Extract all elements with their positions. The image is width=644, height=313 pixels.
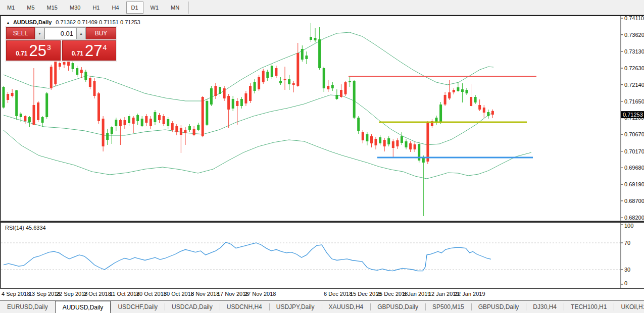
sell-price-big: 25 bbox=[29, 43, 46, 59]
triangle-down-icon: ▼ bbox=[38, 32, 41, 35]
price-axis-label: 0.69190 bbox=[624, 181, 644, 187]
time-axis-label: 11 Oct 2018 bbox=[110, 291, 139, 297]
price-axis-label: 0.72140 bbox=[624, 82, 644, 88]
time-axis-label: 27 Nov 2018 bbox=[244, 291, 276, 297]
sell-button[interactable]: SELL bbox=[6, 27, 35, 39]
chart-tab-gbpusd-daily[interactable]: GBPUSD,Daily bbox=[370, 301, 425, 313]
rsi-indicator-label: RSI(14) 45.6334 bbox=[5, 225, 46, 231]
time-axis-label: 4 Sep 2018 bbox=[2, 291, 30, 297]
toolbar-separator bbox=[188, 2, 189, 14]
price-axis-label: 0.70170 bbox=[624, 148, 644, 154]
timeframe-button-mn[interactable]: MN bbox=[166, 2, 184, 14]
time-axis-label: 22 Sep 2018 bbox=[56, 291, 87, 297]
rsi-axis-label: 30 bbox=[624, 267, 630, 273]
main-chart-panel[interactable]: 0.741100.736200.731300.726300.721400.716… bbox=[0, 16, 644, 221]
sell-price-sup: 3 bbox=[47, 43, 51, 51]
rsi-axis-label: 70 bbox=[624, 240, 630, 246]
buy-button[interactable]: BUY bbox=[86, 27, 116, 39]
price-axis-label: 0.69680 bbox=[624, 165, 644, 171]
rsi-axis-label: 0 bbox=[624, 280, 627, 286]
timeframe-toolbar: M1M5M15M30H1H4D1W1MN bbox=[0, 0, 644, 15]
timeframe-button-h4[interactable]: H4 bbox=[107, 2, 124, 14]
price-axis-label: 0.70670 bbox=[624, 131, 644, 137]
price-axis-label: 0.74110 bbox=[624, 16, 644, 21]
time-axis-label: 20 Oct 2018 bbox=[136, 291, 167, 297]
chart-tab-sp500-m15[interactable]: SP500,M15 bbox=[425, 301, 471, 313]
chart-ohlc: 0.71362 0.71409 0.71151 0.71253 bbox=[56, 19, 140, 25]
price-axis-label: 0.68200 bbox=[624, 215, 644, 221]
timeframe-button-m15[interactable]: M15 bbox=[42, 2, 63, 14]
price-axis-label: 0.71650 bbox=[624, 98, 644, 105]
time-axis-label: 30 Oct 2018 bbox=[164, 291, 194, 297]
rsi-axis-label: 100 bbox=[624, 223, 633, 229]
timeframe-button-m5[interactable]: M5 bbox=[22, 2, 39, 14]
volume-decrease-button[interactable]: ▼ bbox=[35, 27, 44, 39]
sell-price-small: 0.71 bbox=[16, 50, 27, 57]
timeframe-button-d1[interactable]: D1 bbox=[126, 2, 143, 14]
rsi-chart-canvas[interactable]: 10070300 bbox=[1, 223, 644, 288]
timeframe-button-h1[interactable]: H1 bbox=[87, 2, 105, 14]
chart-title: ▲AUDUSD,Daily0.71362 0.71409 0.71151 0.7… bbox=[6, 19, 140, 25]
chart-tab-xauusd-h4[interactable]: XAUUSD,H4 bbox=[322, 301, 371, 313]
symbol-tab-bar: EURUSD,DailyAUDUSD,DailyUSDCHF,DailyUSDC… bbox=[0, 301, 644, 313]
timeframe-button-w1[interactable]: W1 bbox=[145, 2, 164, 14]
chart-tab-usdjpy-daily[interactable]: USDJPY,Daily bbox=[269, 301, 322, 313]
rsi-line bbox=[4, 242, 491, 271]
chart-tab-usdcnh-h4[interactable]: USDCNH,H4 bbox=[220, 301, 269, 313]
chart-tab-usdcad-daily[interactable]: USDCAD,Daily bbox=[165, 301, 220, 313]
current-price-value: 0.71253 bbox=[623, 112, 643, 118]
chart-tab-dj30-h4[interactable]: DJ30,H4 bbox=[526, 301, 564, 313]
price-axis-label: 0.68700 bbox=[624, 198, 644, 204]
chart-tab-usdchf-daily[interactable]: USDCHF,Daily bbox=[111, 301, 165, 313]
price-axis-label: 0.72630 bbox=[624, 65, 644, 71]
price-axis-label: 0.73130 bbox=[624, 48, 644, 55]
price-axis-label: 0.73620 bbox=[624, 32, 644, 38]
buy-price-big: 27 bbox=[85, 43, 102, 59]
chart-tab-ukoil-h1[interactable]: UKOil,H1 bbox=[614, 301, 644, 313]
one-click-trading-panel: SELL ▼ 0.01 ▲ BUY 0.71 25 3 0.71 27 4 bbox=[5, 26, 117, 62]
chart-tab-eurusd-daily[interactable]: EURUSD,Daily bbox=[0, 301, 55, 313]
triangle-up-icon: ▲ bbox=[79, 32, 83, 35]
sell-price-box[interactable]: 0.71 25 3 bbox=[6, 40, 61, 61]
bollinger-lower-band bbox=[4, 130, 531, 179]
chart-tab-tech100-h1[interactable]: TECH100,H1 bbox=[564, 301, 614, 313]
time-axis-label: 8 Nov 2018 bbox=[191, 291, 219, 297]
chart-symbol: AUDUSD,Daily bbox=[13, 19, 52, 25]
time-axis-label: 3 Jan 2019 bbox=[403, 291, 430, 297]
collapse-triangle-icon[interactable]: ▲ bbox=[6, 21, 10, 25]
bollinger-middle-band bbox=[4, 95, 493, 145]
time-axis-label: 22 Jan 2019 bbox=[455, 291, 485, 297]
time-axis[interactable]: 4 Sep 201813 Sep 201822 Sep 20182 Oct 20… bbox=[0, 289, 644, 300]
buy-price-box[interactable]: 0.71 27 4 bbox=[62, 40, 116, 61]
volume-input[interactable]: 0.01 bbox=[44, 27, 76, 39]
rsi-panel[interactable]: 10070300 RSI(14) 45.6334 bbox=[0, 223, 644, 288]
volume-increase-button[interactable]: ▲ bbox=[76, 27, 86, 39]
buy-price-small: 0.71 bbox=[72, 50, 83, 57]
chart-tab-gbpusd-daily[interactable]: GBPUSD,Daily bbox=[471, 301, 526, 313]
buy-price-sup: 4 bbox=[103, 43, 107, 51]
timeframe-button-m1[interactable]: M1 bbox=[2, 2, 20, 14]
time-axis-label: 6 Dec 2018 bbox=[324, 291, 352, 297]
time-axis-label: 2 Oct 2018 bbox=[84, 291, 111, 297]
chart-tab-audusd-daily[interactable]: AUDUSD,Daily bbox=[55, 301, 111, 313]
timeframe-button-m30[interactable]: M30 bbox=[65, 2, 85, 14]
